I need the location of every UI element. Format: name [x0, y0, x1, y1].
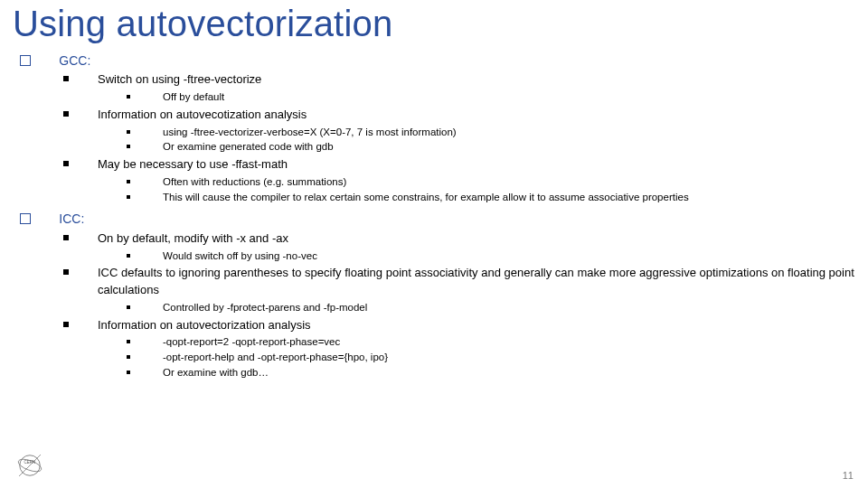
list-subitem: Often with reductions (e.g. summations)	[127, 174, 855, 190]
list-subitem: Would switch off by using -no-vec	[127, 249, 855, 264]
subitem-text: using -ftree-vectorizer-verbose=X (X=0-7…	[163, 125, 457, 140]
list-subitem: Controlled by -fprotect-parens and -fp-m…	[127, 300, 855, 315]
list-subitem: -qopt-report=2 -qopt-report-phase=vec	[127, 334, 855, 350]
list-item: ICC defaults to ignoring parentheses to …	[63, 265, 855, 299]
item-text: On by default, modify with -x and -ax	[98, 230, 288, 248]
list-item: May be necessary to use -ffast-math	[63, 156, 855, 174]
subitem-text: -opt-report-help and -opt-report-phase={…	[163, 350, 388, 365]
svg-line-2	[19, 455, 41, 476]
list-subitem: Or examine generated code with gdb	[127, 139, 855, 155]
list-subitem: Or examine with gdb…	[127, 365, 855, 380]
section-label: ICC:	[59, 210, 84, 228]
section-label: GCC:	[59, 52, 90, 70]
list-item: Information on autovecotization analysis	[63, 107, 855, 124]
square-bullet-icon	[63, 269, 69, 275]
square-bullet-icon	[127, 340, 130, 343]
square-bullet-icon	[127, 95, 130, 99]
item-text: Information on autovectorization analysi…	[98, 317, 311, 334]
list-subitem: Off by default	[127, 89, 855, 105]
subitem-text: Off by default	[163, 89, 224, 105]
subitem-text: This will cause the compiler to relax ce…	[163, 190, 689, 205]
item-text: Switch on using -ftree-vectorize	[98, 71, 261, 89]
list-subitem: This will cause the compiler to relax ce…	[127, 190, 855, 205]
square-bullet-icon	[127, 355, 130, 359]
square-bullet-icon	[127, 195, 130, 199]
square-bullet-icon	[63, 161, 69, 166]
square-bullet-icon	[127, 130, 130, 134]
square-bullet-icon	[20, 213, 31, 224]
square-bullet-icon	[127, 180, 130, 183]
item-text: Information on autovecotization analysis	[98, 107, 307, 124]
subitem-text: Or examine generated code with gdb	[163, 139, 334, 155]
logo-text: CERN	[24, 460, 36, 465]
square-bullet-icon	[127, 145, 130, 148]
list-item: On by default, modify with -x and -ax	[63, 230, 855, 248]
item-text: May be necessary to use -ffast-math	[98, 156, 288, 174]
subitem-text: Controlled by -fprotect-parens and -fp-m…	[163, 300, 367, 315]
square-bullet-icon	[127, 254, 130, 258]
list-subitem: using -ftree-vectorizer-verbose=X (X=0-7…	[127, 125, 855, 140]
list-item: Information on autovectorization analysi…	[63, 317, 855, 334]
section-gcc: GCC:	[20, 52, 855, 70]
square-bullet-icon	[127, 371, 130, 374]
square-bullet-icon	[63, 76, 69, 81]
list-item: Switch on using -ftree-vectorize	[63, 71, 855, 89]
subitem-text: Or examine with gdb…	[163, 365, 269, 380]
square-bullet-icon	[127, 305, 130, 309]
page-number: 11	[843, 470, 854, 481]
list-subitem: -opt-report-help and -opt-report-phase={…	[127, 350, 855, 365]
slide-title: Using autovectorization	[13, 4, 855, 44]
square-bullet-icon	[63, 235, 69, 240]
subitem-text: Would switch off by using -no-vec	[163, 249, 317, 264]
square-bullet-icon	[20, 55, 31, 66]
slide: Using autovectorization GCC: Switch on u…	[0, 0, 868, 488]
item-text: ICC defaults to ignoring parentheses to …	[98, 265, 855, 299]
section-icc: ICC:	[20, 210, 855, 228]
square-bullet-icon	[63, 111, 69, 117]
slide-content: GCC: Switch on using -ftree-vectorize Of…	[13, 52, 855, 380]
square-bullet-icon	[63, 322, 69, 327]
cern-logo-icon: CERN	[16, 452, 43, 479]
subitem-text: Often with reductions (e.g. summations)	[163, 174, 346, 190]
subitem-text: -qopt-report=2 -qopt-report-phase=vec	[163, 334, 340, 350]
